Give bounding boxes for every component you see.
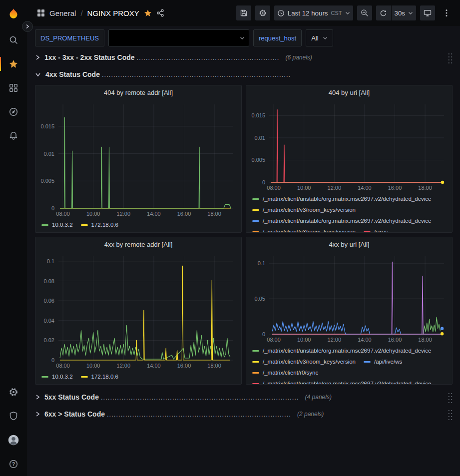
legend-item[interactable]: 10.0.3.2 — [41, 222, 73, 228]
sidebar-item-explore[interactable] — [0, 100, 27, 124]
panel-title[interactable]: 404 by uri [All] — [246, 85, 452, 100]
sidebar-item-search[interactable] — [0, 28, 27, 52]
time-series-chart[interactable]: 00.050.108:0010:0012:0014:0016:0018:00 — [246, 252, 452, 344]
row-header-6xx[interactable]: 6xx > Status Code ......................… — [35, 408, 453, 421]
chevron-down-icon — [240, 36, 245, 40]
legend-row: /_matrix/client/v3/room_keys/version — [252, 204, 448, 215]
chart-svg: 00.0050.010.01508:0010:0012:0014:0016:00… — [35, 100, 241, 218]
kebab-menu-button[interactable] — [439, 5, 454, 20]
legend-item[interactable]: 10.0.3.2 — [41, 374, 73, 380]
chevron-right-icon — [35, 411, 40, 417]
legend-item[interactable]: /api/live/ws — [364, 359, 402, 365]
sidebar-expand-button[interactable] — [22, 21, 33, 32]
svg-text:18:00: 18:00 — [418, 185, 432, 191]
legend-item[interactable]: 172.18.0.6 — [81, 374, 118, 380]
bell-icon — [8, 131, 18, 141]
refresh-interval-select[interactable]: 30s — [392, 5, 417, 20]
search-icon — [8, 35, 18, 45]
chevron-right-icon — [25, 24, 29, 29]
legend-series-marker — [364, 231, 371, 233]
svg-text:16:00: 16:00 — [177, 363, 191, 369]
panel-title[interactable]: 4xx by remote addr [All] — [35, 237, 241, 252]
breadcrumb: General / NGINX PROXY — [37, 9, 164, 17]
legend-item[interactable]: /_matrix/client/unstable/org.matrix.msc2… — [252, 218, 432, 224]
legend-series-label: 172.18.0.6 — [91, 222, 118, 228]
svg-text:0: 0 — [51, 357, 54, 363]
dashboard-title[interactable]: NGINX PROXY — [87, 9, 139, 17]
svg-text:12:00: 12:00 — [117, 211, 131, 217]
refresh-interval-value: 30s — [395, 9, 406, 17]
panel-title[interactable]: 4xx by uri [All] — [246, 237, 452, 252]
legend-row: 10.0.3.2172.18.0.6 — [41, 219, 237, 230]
row-title-dots: ........................................… — [101, 394, 299, 401]
save-dashboard-button[interactable] — [236, 5, 251, 20]
legend-item[interactable]: /_matrix/client/unstable/org.matrix.msc2… — [252, 196, 432, 202]
chart-legend: /_matrix/client/unstable/org.matrix.msc2… — [246, 192, 452, 233]
favorite-star-icon[interactable] — [144, 9, 152, 17]
svg-text:18:00: 18:00 — [207, 211, 221, 217]
svg-text:08:00: 08:00 — [267, 337, 281, 343]
share-icon[interactable] — [156, 9, 164, 17]
legend-series-marker — [252, 220, 259, 222]
variable-label-ds-prometheus[interactable]: DS_PROMETHEUS — [35, 29, 104, 46]
svg-text:16:00: 16:00 — [177, 211, 191, 217]
legend-item[interactable]: /sw.js — [364, 229, 388, 233]
legend-item[interactable]: /_matrix/client/v3/room_keys/version — [252, 359, 356, 365]
main-area: General / NGINX PROXY Last 12 hours CST — [27, 0, 460, 476]
legend-row: /_matrix/client/unstable/org.matrix.msc2… — [252, 215, 448, 226]
svg-text:?: ? — [12, 462, 15, 467]
time-series-chart[interactable]: 00.020.040.060.080.108:0010:0012:0014:00… — [35, 252, 241, 370]
row-title-dots: ........................................… — [102, 71, 291, 78]
sidebar: ? — [0, 0, 27, 476]
svg-text:12:00: 12:00 — [117, 363, 131, 369]
sidebar-item-configuration[interactable] — [0, 380, 27, 404]
sidebar-item-profile[interactable] — [0, 428, 27, 452]
chevron-right-icon — [35, 54, 40, 60]
refresh-button-group: 30s — [376, 5, 417, 20]
legend-item[interactable]: /_matrix/client/r0/sync — [252, 370, 318, 376]
sidebar-item-alerting[interactable] — [0, 124, 27, 148]
svg-text:14:00: 14:00 — [358, 185, 372, 191]
panel-title[interactable]: 404 by remote addr [All] — [35, 85, 241, 100]
time-series-chart[interactable]: 00.0050.010.01508:0010:0012:0014:0016:00… — [246, 100, 452, 192]
chart-legend: 10.0.3.2172.18.0.6 — [35, 370, 241, 385]
svg-text:0.015: 0.015 — [251, 112, 265, 118]
row-header-5xx[interactable]: 5xx Status Code ........................… — [35, 391, 453, 404]
legend-item[interactable]: /_matrix/client/v3/room_keys/version — [252, 229, 356, 233]
refresh-dashboard-button[interactable] — [376, 5, 391, 20]
legend-series-label: /_matrix/client/unstable/org.matrix.msc2… — [263, 381, 432, 385]
breadcrumb-section[interactable]: General — [49, 9, 76, 17]
sidebar-item-dashboards[interactable] — [0, 76, 27, 100]
row-drag-handle[interactable] — [447, 391, 453, 403]
sidebar-item-starred[interactable] — [0, 52, 27, 76]
svg-text:0.02: 0.02 — [44, 337, 54, 343]
sidebar-item-server-admin[interactable] — [0, 404, 27, 428]
legend-item[interactable]: /_matrix/client/v3/room_keys/version — [252, 207, 356, 213]
star-icon — [8, 59, 18, 69]
legend-series-marker — [252, 350, 259, 352]
variable-label-request-host[interactable]: request_host — [253, 29, 302, 46]
sidebar-item-help[interactable]: ? — [0, 452, 27, 476]
svg-text:14:00: 14:00 — [147, 363, 161, 369]
variable-value-ds-prometheus[interactable] — [108, 29, 249, 46]
time-range-picker[interactable]: Last 12 hours CST — [274, 5, 353, 20]
row-header-1xx-3xx-2xx[interactable]: 1xx - 3xx - 2xx Status Code ............… — [35, 51, 453, 64]
row-drag-handle[interactable] — [447, 51, 453, 63]
legend-row: 10.0.3.2172.18.0.6 — [41, 371, 237, 382]
row-title: 6xx > Status Code — [44, 410, 105, 418]
zoom-out-icon — [361, 9, 369, 17]
row-header-4xx[interactable]: 4xx Status Code ........................… — [35, 68, 453, 81]
time-series-chart[interactable]: 00.0050.010.01508:0010:0012:0014:0016:00… — [35, 100, 241, 218]
tv-mode-button[interactable] — [420, 5, 435, 20]
zoom-out-time-button[interactable] — [357, 5, 372, 20]
row-drag-handle[interactable] — [447, 408, 453, 420]
svg-text:0: 0 — [262, 331, 265, 337]
legend-item[interactable]: /_matrix/client/unstable/org.matrix.msc2… — [252, 348, 432, 354]
legend-item[interactable]: /_matrix/client/unstable/org.matrix.msc2… — [252, 381, 432, 385]
svg-text:0.06: 0.06 — [44, 298, 54, 304]
dashboard-settings-button[interactable] — [255, 5, 270, 20]
grafana-flame-icon — [7, 7, 20, 20]
panel-4xx-by-uri: 4xx by uri [All] 00.050.108:0010:0012:00… — [246, 237, 453, 385]
legend-item[interactable]: 172.18.0.6 — [81, 222, 118, 228]
variable-value-request-host[interactable]: All — [306, 29, 333, 46]
